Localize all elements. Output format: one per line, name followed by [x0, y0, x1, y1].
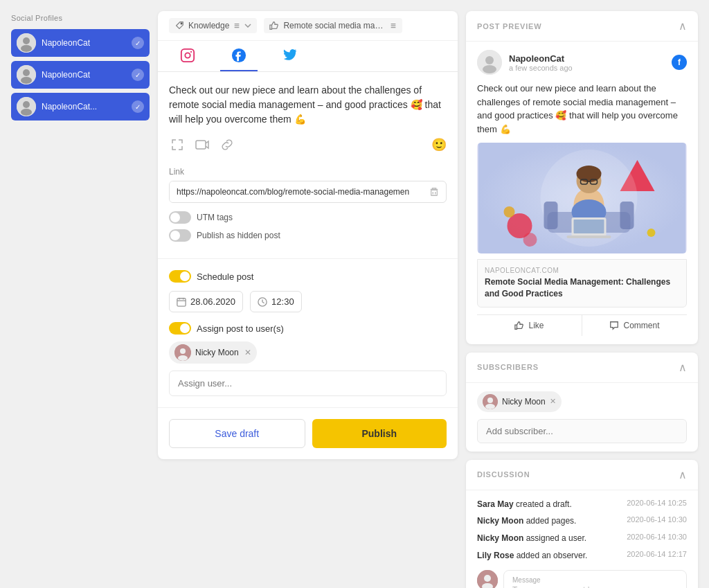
discussion-card: DISCUSSION ∧ Sara May created a draft. 2… [466, 460, 698, 588]
editor-body: Check out our new piece and learn about … [158, 72, 458, 258]
discussion-item-2: Nicky Moon added pages. 2020-06-14 10:30 [477, 515, 687, 527]
sidebar-item-profile-3[interactable]: NapoleonCat... ✓ [11, 93, 150, 121]
preview-comment-button[interactable]: Comment [582, 315, 687, 336]
assign-user-input[interactable] [169, 371, 447, 396]
calendar-icon [177, 297, 186, 307]
svg-point-38 [523, 233, 537, 247]
link-input-row [169, 181, 447, 203]
chevron-down-icon [244, 24, 251, 28]
svg-rect-53 [574, 220, 604, 233]
instagram-icon [180, 48, 195, 63]
publish-button[interactable]: Publish [312, 419, 447, 448]
avatar-3 [17, 97, 36, 116]
schedule-section: Schedule post 28.06.2020 [158, 258, 458, 407]
expand-icon[interactable] [169, 136, 186, 153]
svg-point-40 [647, 229, 656, 237]
svg-point-9 [181, 23, 182, 24]
date-value: 28.06.2020 [190, 296, 235, 307]
tab-twitter[interactable] [271, 41, 309, 71]
subscriber-name: Nicky Moon [502, 397, 546, 407]
preview-content: NapoleonCat a few seconds ago f Check ou… [466, 42, 698, 344]
tag-label: Knowledge [188, 21, 229, 30]
svg-point-56 [487, 398, 493, 403]
svg-point-4 [23, 69, 30, 76]
sidebar-item-profile-2[interactable]: NapoleonCat ✓ [11, 61, 150, 89]
svg-rect-54 [567, 235, 611, 238]
right-panel: POST PREVIEW ∧ NapoleonCat a few seconds [466, 11, 698, 588]
svg-point-1 [23, 37, 30, 44]
profile-check-2: ✓ [132, 69, 144, 81]
discussion-date-4: 2020-06-14 12:17 [627, 550, 687, 558]
profile-name-1: NapoleonCat [42, 38, 126, 48]
subscribers-header: SUBSCRIBERS ∧ [466, 353, 698, 383]
avatar-1 [17, 33, 36, 53]
assign-label: Assign post to user(s) [197, 323, 284, 334]
svg-point-57 [485, 404, 495, 409]
schedule-toggle[interactable] [169, 270, 191, 283]
post-preview-card: POST PREVIEW ∧ NapoleonCat a few seconds [466, 11, 698, 344]
subscriber-chip: Nicky Moon ✕ [477, 391, 562, 412]
comment-label: Comment [623, 321, 659, 330]
svg-point-2 [21, 45, 32, 52]
save-draft-button[interactable]: Save draft [169, 419, 305, 448]
sidebar: Social Profiles NapoleonCat ✓ Napoleo [11, 11, 150, 588]
post-preview-header: POST PREVIEW ∧ [466, 11, 698, 42]
preview-like-button[interactable]: Like [477, 315, 582, 336]
svg-point-18 [190, 51, 192, 53]
utm-toggle-row: UTM tags [169, 211, 447, 224]
subscribers-toggle[interactable]: ∧ [679, 361, 687, 374]
utm-toggle[interactable] [169, 211, 191, 224]
subscribers-title: SUBSCRIBERS [477, 363, 539, 371]
svg-point-31 [178, 355, 188, 361]
video-icon[interactable] [194, 136, 210, 153]
comment-input-box[interactable]: Message Type your comment here... [503, 570, 687, 588]
avatar-2 [17, 65, 36, 84]
tag-selector[interactable]: Knowledge [169, 18, 257, 33]
preview-post-text: Check out our new piece and learn about … [477, 82, 687, 136]
like-icon [514, 321, 524, 330]
link-tag-selector[interactable]: Remote social media manageme [264, 18, 402, 33]
discussion-text-2: Nicky Moon added pages. [477, 515, 576, 527]
subscriber-avatar [483, 394, 498, 409]
discussion-item-3: Nicky Moon assigned a user. 2020-06-14 1… [477, 533, 687, 544]
preview-actions: Like Comment [477, 314, 687, 336]
link-tag-label: Remote social media manageme [283, 21, 386, 30]
profile-name-3: NapoleonCat... [42, 102, 126, 112]
add-subscriber-input[interactable] [477, 419, 687, 443]
media-toolbar: 🙂 [169, 136, 447, 159]
link-section: Link [169, 167, 447, 203]
clock-icon [258, 297, 267, 307]
editor-tabs [158, 41, 458, 72]
twitter-icon [282, 48, 298, 63]
assign-toggle[interactable] [169, 322, 191, 335]
chip-close-button[interactable]: ✕ [244, 348, 251, 357]
profile-name-2: NapoleonCat [42, 70, 126, 80]
post-text: Check out our new piece and learn about … [169, 83, 447, 127]
link-icon[interactable] [219, 136, 235, 153]
tab-facebook[interactable] [220, 41, 258, 71]
svg-point-8 [21, 109, 32, 116]
emoji-button[interactable]: 🙂 [431, 137, 447, 152]
discussion-toggle[interactable]: ∧ [679, 468, 687, 481]
date-picker[interactable]: 28.06.2020 [169, 291, 243, 312]
editor-toolbar: Knowledge Remote social media manageme [158, 11, 458, 41]
svg-rect-24 [177, 298, 186, 305]
svg-rect-21 [431, 190, 438, 195]
preview-image [477, 143, 687, 253]
subscribers-content: Nicky Moon ✕ [466, 383, 698, 452]
tab-instagram[interactable] [169, 41, 206, 71]
sidebar-item-profile-1[interactable]: NapoleonCat ✓ [11, 29, 150, 57]
preview-author-name: NapoleonCat [509, 53, 665, 64]
hidden-post-toggle[interactable] [169, 229, 191, 242]
svg-point-47 [577, 166, 602, 182]
link-delete-button[interactable] [422, 181, 446, 202]
hidden-post-toggle-row: Publish as hidden post [169, 229, 447, 242]
preview-link-title: Remote Social Media Management: Challeng… [485, 276, 679, 300]
post-preview-toggle[interactable]: ∧ [679, 19, 687, 33]
profile-check-3: ✓ [132, 100, 144, 113]
subscriber-remove-button[interactable]: ✕ [550, 397, 556, 406]
subscribers-card: SUBSCRIBERS ∧ Nicky Moon ✕ [466, 353, 698, 452]
time-picker[interactable]: 12:30 [250, 291, 302, 312]
link-input[interactable] [170, 181, 422, 202]
discussion-content: Sara May created a draft. 2020-06-14 10:… [466, 490, 698, 588]
